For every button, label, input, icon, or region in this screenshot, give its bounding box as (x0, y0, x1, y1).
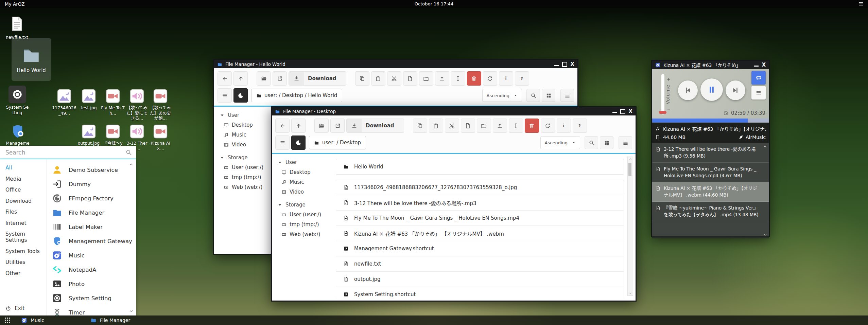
upload-button[interactable] (435, 71, 449, 86)
sidebar-item-music[interactable]: Music (224, 132, 274, 138)
desktop-icon-management-gateway[interactable]: Manageme (5, 124, 30, 146)
volume-slider[interactable] (661, 74, 664, 114)
app-item-music[interactable]: Music (52, 248, 136, 263)
cut-button[interactable] (445, 119, 459, 133)
repeat-button[interactable] (751, 71, 766, 85)
category-download[interactable]: Download (5, 198, 47, 204)
scrollbar[interactable] (627, 157, 633, 296)
file-row-hello-world[interactable]: Hello World (336, 159, 624, 174)
back-button[interactable] (275, 119, 290, 133)
list-view-button[interactable] (560, 89, 574, 102)
airmusic-button[interactable]: AirMusic (739, 134, 766, 140)
new-file-button[interactable] (403, 71, 417, 86)
sort-dropdown[interactable]: Ascending (540, 136, 580, 149)
search-input[interactable] (5, 149, 125, 156)
category-other[interactable]: Other (5, 270, 47, 276)
pause-button[interactable] (700, 78, 723, 101)
desktop-icon-system-setting[interactable]: System Setting (4, 86, 31, 115)
playlist-toggle-button[interactable] (751, 86, 766, 100)
file-row-newfile[interactable]: newfile.txt (336, 256, 624, 271)
refresh-button[interactable] (483, 71, 497, 86)
playlist-item[interactable]: 3-12 There will be love there -愛のある場所-.m… (652, 143, 769, 163)
up-button[interactable] (233, 71, 248, 86)
sidebar-item-music[interactable]: Music (281, 179, 332, 185)
scroll-down-icon[interactable] (129, 309, 134, 313)
desktop-icon-117346026[interactable]: 117346026_49... (52, 88, 76, 116)
maximize-button[interactable] (562, 62, 567, 67)
category-internet[interactable]: Internet (5, 220, 47, 226)
sidebar-item-desktop[interactable]: Desktop (281, 169, 332, 175)
scroll-down-icon[interactable] (763, 233, 767, 237)
scroll-up-icon[interactable] (629, 157, 632, 161)
app-item-photo[interactable]: Photo (52, 277, 136, 291)
app-item-label-maker[interactable]: Label Maker (52, 220, 136, 234)
sidebar-item-user-root[interactable]: User (user:/) (281, 212, 332, 218)
playlist-item[interactable]: Fly Me To The Moon _ Gawr Gura Sings _ H… (652, 163, 769, 182)
app-launcher-icon[interactable] (4, 317, 11, 324)
app-item-notepada[interactable]: NotepadA (52, 263, 136, 277)
refresh-button[interactable] (541, 119, 555, 133)
back-button[interactable] (218, 71, 232, 86)
sidebar-toggle-button[interactable] (218, 88, 232, 103)
delete-button[interactable] (467, 71, 481, 86)
taskbar-item-file-manager[interactable]: File Manager (90, 317, 130, 323)
breadcrumb[interactable]: user: / Desktop / Hello World (251, 89, 342, 102)
app-item-ffmpeg-factory[interactable]: FFmpeg Factory (52, 191, 136, 205)
scroll-down-icon[interactable] (629, 292, 632, 295)
open-new-window-button[interactable] (273, 71, 287, 86)
category-all[interactable]: All (5, 165, 47, 171)
rename-button[interactable] (451, 71, 465, 86)
open-button[interactable] (257, 71, 271, 86)
category-system-tools[interactable]: System Tools (5, 248, 47, 254)
maximize-button[interactable] (620, 109, 625, 114)
taskbar-item-music[interactable]: Music (21, 317, 44, 323)
new-file-button[interactable] (461, 119, 475, 133)
list-view-button[interactable] (619, 136, 632, 149)
sidebar-item-tmp-root[interactable]: tmp (tmp:/) (281, 221, 332, 228)
file-row-kizuna[interactable]: Kizuna AI × 花譜 #63 「かりそめ」 【オリジナルMV】 .web… (336, 225, 624, 241)
breadcrumb[interactable]: user: / Desktop (309, 136, 366, 149)
desktop-icon-fly-me[interactable]: Fly Me To Th... (101, 88, 125, 116)
open-button[interactable] (314, 119, 329, 133)
up-button[interactable] (291, 119, 306, 133)
close-button[interactable]: X (762, 62, 766, 68)
sidebar-section-user[interactable]: User (220, 112, 274, 118)
app-item-system-setting[interactable]: System Setting (52, 291, 136, 305)
app-item-management-gateway[interactable]: Management Gateway (52, 234, 136, 248)
close-button[interactable]: X (628, 108, 632, 114)
scroll-up-icon[interactable] (129, 162, 134, 167)
sidebar-section-storage[interactable]: Storage (220, 155, 274, 161)
desktop-icon-output-jpg[interactable]: output.jpg (76, 124, 101, 146)
previous-track-button[interactable] (678, 80, 698, 100)
sidebar-item-video[interactable]: Video (224, 142, 274, 148)
grid-view-button[interactable] (542, 89, 555, 102)
next-track-button[interactable] (726, 80, 745, 100)
file-row-117346026[interactable]: 117346026_4968186883206677_3276783073763… (336, 180, 624, 195)
rename-button[interactable] (509, 119, 523, 133)
volume-down-icon[interactable] (666, 107, 671, 111)
app-item-demo-subservice[interactable]: Demo Subservice (52, 163, 136, 177)
paste-button[interactable] (371, 71, 385, 86)
playlist-item[interactable]: 『雪峰 ~yukimine~ Piano & Strings Ver.』を歌って… (652, 202, 769, 221)
cut-button[interactable] (387, 71, 401, 86)
info-button[interactable] (499, 71, 513, 86)
sidebar-item-tmp-root[interactable]: tmp (tmp:/) (224, 174, 274, 180)
paste-button[interactable] (429, 119, 443, 133)
category-media[interactable]: Media (5, 176, 47, 182)
file-row-management-gateway[interactable]: Management Gateway.shortcut (336, 241, 624, 256)
info-button[interactable] (557, 119, 571, 133)
sidebar-item-user-root[interactable]: User (user:/) (224, 164, 274, 170)
volume-slider-thumb[interactable] (659, 111, 666, 114)
help-button[interactable] (515, 71, 529, 86)
search-button[interactable] (526, 89, 540, 102)
sidebar-section-storage[interactable]: Storage (277, 202, 332, 208)
window-title-bar[interactable]: Kizuna AI × 花譜 #63 「かりそめ」 【... X (652, 61, 769, 69)
download-button[interactable]: Download (346, 119, 404, 133)
category-files[interactable]: Files (5, 209, 47, 215)
scroll-up-icon[interactable] (763, 144, 767, 149)
help-button[interactable] (573, 119, 587, 133)
topbar-menu-button[interactable] (858, 1, 864, 8)
window-title-bar[interactable]: File Manager - Hello World X (214, 60, 577, 68)
close-button[interactable]: X (570, 61, 574, 67)
dark-mode-button[interactable] (233, 88, 248, 103)
